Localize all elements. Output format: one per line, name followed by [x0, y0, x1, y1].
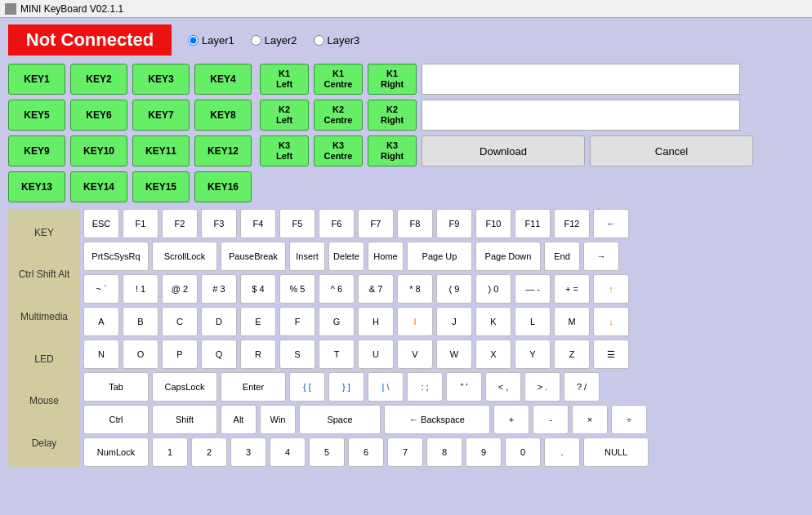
key-f4[interactable]: F4 [240, 209, 276, 238]
key-f10[interactable]: F10 [475, 209, 511, 238]
key-btn-key16[interactable]: KEY16 [194, 171, 252, 202]
key-b[interactable]: B [123, 307, 158, 336]
key-8[interactable]: * 8 [397, 274, 433, 304]
key-btn-key12[interactable]: KEY12 [194, 135, 252, 166]
key-numpad-plus[interactable]: + [493, 405, 529, 434]
key-e[interactable]: E [240, 307, 276, 336]
download-button[interactable]: Download [422, 135, 585, 166]
key-down-arrow[interactable]: ↓ [593, 307, 629, 336]
key-w[interactable]: W [436, 340, 472, 369]
key-numpad-divide[interactable]: ÷ [611, 405, 647, 434]
key-esc[interactable]: ESC [83, 209, 119, 238]
nav-delay[interactable]: Delay [10, 431, 78, 455]
key-3[interactable]: # 3 [201, 274, 237, 304]
key-s[interactable]: S [279, 340, 315, 369]
key-right-arrow[interactable]: → [583, 242, 619, 271]
key-f8[interactable]: F8 [397, 209, 433, 238]
key-equals[interactable]: + = [554, 274, 590, 304]
key-semicolon[interactable]: : ; [407, 372, 443, 402]
key-tab[interactable]: Tab [83, 372, 149, 402]
key-f2[interactable]: F2 [162, 209, 198, 238]
key-r[interactable]: R [240, 340, 276, 369]
k1-right-btn[interactable]: K1Right [368, 64, 417, 95]
key-space[interactable]: Space [299, 405, 381, 434]
key-shift[interactable]: Shift [152, 405, 217, 434]
k3-right-btn[interactable]: K3Right [368, 135, 417, 166]
k2-centre-btn[interactable]: K2Centre [314, 100, 363, 131]
key-pausebreak[interactable]: PauseBreak [221, 242, 286, 271]
key-0[interactable]: ) 0 [475, 274, 511, 304]
key-l[interactable]: L [515, 307, 551, 336]
key-7[interactable]: & 7 [358, 274, 394, 304]
k2-input[interactable] [422, 100, 740, 131]
k2-right-btn[interactable]: K2Right [368, 100, 417, 131]
key-numpad-minus[interactable]: - [533, 405, 569, 434]
key-4[interactable]: $ 4 [240, 274, 276, 304]
key-f5[interactable]: F5 [279, 209, 315, 238]
key-btn-key13[interactable]: KEY13 [8, 171, 65, 202]
key-num9[interactable]: 9 [466, 437, 502, 467]
key-t[interactable]: T [319, 340, 355, 369]
key-enter[interactable]: Enter [221, 372, 286, 402]
key-f12[interactable]: F12 [554, 209, 590, 238]
key-btn-key1[interactable]: KEY1 [8, 64, 65, 95]
key-x[interactable]: X [475, 340, 511, 369]
k1-left-btn[interactable]: K1Left [260, 64, 309, 95]
key-alt[interactable]: Alt [221, 405, 257, 434]
k1-input[interactable] [422, 64, 740, 95]
key-minus[interactable]: — - [515, 274, 551, 304]
key-backslash[interactable]: | \ [368, 372, 404, 402]
key-a[interactable]: A [83, 307, 119, 336]
nav-multimedia[interactable]: Multimedia [10, 304, 78, 329]
key-btn-key3[interactable]: KEY3 [132, 64, 190, 95]
key-6[interactable]: ^ 6 [319, 274, 355, 304]
key-i[interactable]: I [397, 307, 433, 336]
key-num1[interactable]: 1 [152, 437, 188, 467]
key-d[interactable]: D [201, 307, 237, 336]
key-btn-key8[interactable]: KEY8 [194, 100, 252, 131]
k1-centre-btn[interactable]: K1Centre [314, 64, 363, 95]
key-num6[interactable]: 6 [348, 437, 384, 467]
key-pagedown[interactable]: Page Down [475, 242, 541, 271]
key-btn-key14[interactable]: KEY14 [70, 171, 127, 202]
key-k[interactable]: K [475, 307, 511, 336]
k3-left-btn[interactable]: K3Left [260, 135, 309, 166]
key-num3[interactable]: 3 [230, 437, 266, 467]
key-prtsc[interactable]: PrtScSysRq [83, 242, 149, 271]
key-j[interactable]: J [436, 307, 472, 336]
key-u[interactable]: U [358, 340, 394, 369]
key-btn-key5[interactable]: KEY5 [8, 100, 65, 131]
key-g[interactable]: G [319, 307, 355, 336]
key-1[interactable]: ! 1 [123, 274, 158, 304]
key-f[interactable]: F [279, 307, 315, 336]
key-btn-key2[interactable]: KEY2 [70, 64, 127, 95]
key-5[interactable]: % 5 [279, 274, 315, 304]
key-o[interactable]: O [123, 340, 158, 369]
key-btn-key4[interactable]: KEY4 [194, 64, 252, 95]
key-comma[interactable]: < , [485, 372, 521, 402]
layer2-radio[interactable]: Layer2 [251, 34, 297, 47]
key-capslock[interactable]: CapsLock [152, 372, 217, 402]
key-num8[interactable]: 8 [426, 437, 462, 467]
key-num7[interactable]: 7 [387, 437, 423, 467]
key-decimal[interactable]: . [544, 437, 580, 467]
key-f1[interactable]: F1 [123, 209, 158, 238]
key-num2[interactable]: 2 [191, 437, 227, 467]
key-null[interactable]: NULL [583, 437, 649, 467]
key-up-arrow[interactable]: ↑ [593, 274, 629, 304]
key-n[interactable]: N [83, 340, 119, 369]
key-bracket-open[interactable]: { [ [289, 372, 325, 402]
key-c[interactable]: C [162, 307, 198, 336]
key-menu[interactable]: ☰ [593, 340, 629, 369]
key-p[interactable]: P [162, 340, 198, 369]
nav-ctrl-shift-alt[interactable]: Ctrl Shift Alt [10, 262, 78, 286]
key-z[interactable]: Z [554, 340, 590, 369]
key-slash[interactable]: ? / [564, 372, 600, 402]
key-v[interactable]: V [397, 340, 433, 369]
key-f7[interactable]: F7 [358, 209, 394, 238]
key-q[interactable]: Q [201, 340, 237, 369]
key-ctrl[interactable]: Ctrl [83, 405, 149, 434]
key-btn-key15[interactable]: KEY15 [132, 171, 190, 202]
key-scrolllock[interactable]: ScrollLock [152, 242, 217, 271]
key-insert[interactable]: Insert [289, 242, 325, 271]
